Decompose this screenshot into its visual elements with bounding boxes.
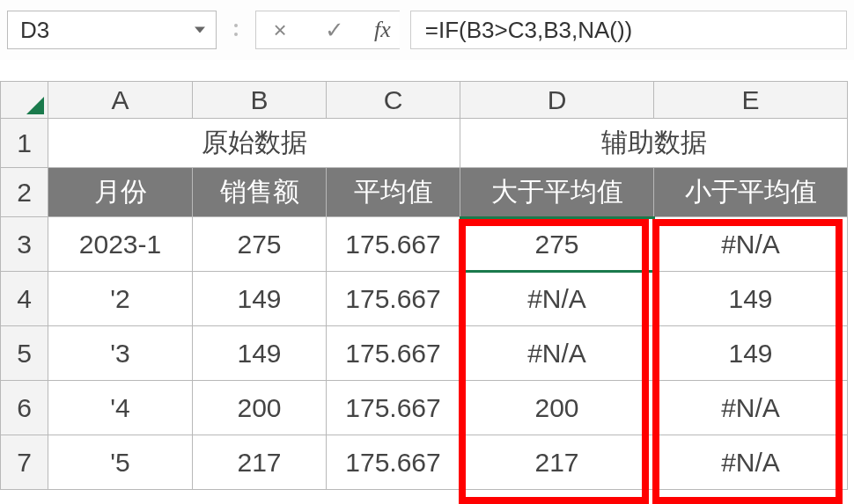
cell-D6[interactable]: 200: [460, 381, 654, 435]
merged-header-right[interactable]: 辅助数据: [460, 119, 848, 168]
cell-B7[interactable]: 217: [193, 435, 327, 490]
divider-icon: [227, 24, 245, 36]
col-header-B[interactable]: B: [193, 82, 327, 119]
row-header-4[interactable]: 4: [1, 272, 48, 326]
chevron-down-icon[interactable]: [195, 27, 205, 33]
subheader-A[interactable]: 月份: [48, 168, 193, 217]
cell-E7[interactable]: #N/A: [654, 435, 848, 490]
merged-header-left[interactable]: 原始数据: [48, 119, 460, 168]
cell-E6[interactable]: #N/A: [654, 381, 848, 435]
cell-C5[interactable]: 175.667: [327, 326, 460, 381]
confirm-icon[interactable]: ✓: [320, 17, 350, 44]
subheader-D[interactable]: 大于平均值: [460, 168, 654, 217]
table-row: 7 '5 217 175.667 217 #N/A: [1, 435, 848, 490]
col-header-E[interactable]: E: [654, 82, 848, 119]
table-row: 3 2023-1 275 175.667 275 #N/A: [1, 217, 848, 272]
cell-D4[interactable]: #N/A: [460, 272, 654, 326]
select-all-corner[interactable]: [1, 82, 48, 119]
cell-B4[interactable]: 149: [193, 272, 327, 326]
subheader-B[interactable]: 销售额: [193, 168, 327, 217]
cell-D7[interactable]: 217: [460, 435, 654, 490]
col-header-C[interactable]: C: [327, 82, 460, 119]
row-header-3[interactable]: 3: [1, 217, 48, 272]
cell-D5[interactable]: #N/A: [460, 326, 654, 381]
cancel-icon[interactable]: ×: [265, 17, 295, 44]
formula-bar: D3 × ✓ fx =IF(B3>C3,B3,NA()): [0, 0, 854, 60]
cell-A7[interactable]: '5: [48, 435, 193, 490]
cell-B3[interactable]: 275: [193, 217, 327, 272]
row-header-2[interactable]: 2: [1, 168, 48, 217]
cell-E3[interactable]: #N/A: [654, 217, 848, 272]
name-box-value: D3: [20, 17, 49, 44]
cell-C7[interactable]: 175.667: [327, 435, 460, 490]
row-header-6[interactable]: 6: [1, 381, 48, 435]
cell-E4[interactable]: 149: [654, 272, 848, 326]
cell-D3[interactable]: 275: [460, 217, 654, 272]
cell-A5[interactable]: '3: [48, 326, 193, 381]
table-row: 2 月份 销售额 平均值 大于平均值 小于平均值: [1, 168, 848, 217]
table-row: 1 原始数据 辅助数据: [1, 119, 848, 168]
row-header-7[interactable]: 7: [1, 435, 48, 490]
cell-A6[interactable]: '4: [48, 381, 193, 435]
subheader-E[interactable]: 小于平均值: [654, 168, 848, 217]
table-row: 6 '4 200 175.667 200 #N/A: [1, 381, 848, 435]
col-header-A[interactable]: A: [48, 82, 193, 119]
name-box[interactable]: D3: [7, 11, 217, 49]
cell-E5[interactable]: 149: [654, 326, 848, 381]
fx-icon[interactable]: fx: [374, 17, 391, 43]
col-header-D[interactable]: D: [460, 82, 654, 119]
formula-input[interactable]: =IF(B3>C3,B3,NA()): [410, 11, 847, 49]
column-header-row: A B C D E: [1, 82, 848, 119]
cell-B6[interactable]: 200: [193, 381, 327, 435]
row-header-5[interactable]: 5: [1, 326, 48, 381]
cell-C4[interactable]: 175.667: [327, 272, 460, 326]
cell-A3[interactable]: 2023-1: [48, 217, 193, 272]
cell-C6[interactable]: 175.667: [327, 381, 460, 435]
cell-B5[interactable]: 149: [193, 326, 327, 381]
table-row: 5 '3 149 175.667 #N/A 149: [1, 326, 848, 381]
cell-C3[interactable]: 175.667: [327, 217, 460, 272]
formula-controls: × ✓ fx: [255, 11, 400, 49]
cell-A4[interactable]: '2: [48, 272, 193, 326]
spreadsheet[interactable]: A B C D E 1 原始数据 辅助数据 2 月份 销售额 平均值 大于平均值…: [0, 81, 848, 490]
formula-text: =IF(B3>C3,B3,NA()): [425, 17, 633, 44]
row-header-1[interactable]: 1: [1, 119, 48, 168]
subheader-C[interactable]: 平均值: [327, 168, 460, 217]
table-row: 4 '2 149 175.667 #N/A 149: [1, 272, 848, 326]
